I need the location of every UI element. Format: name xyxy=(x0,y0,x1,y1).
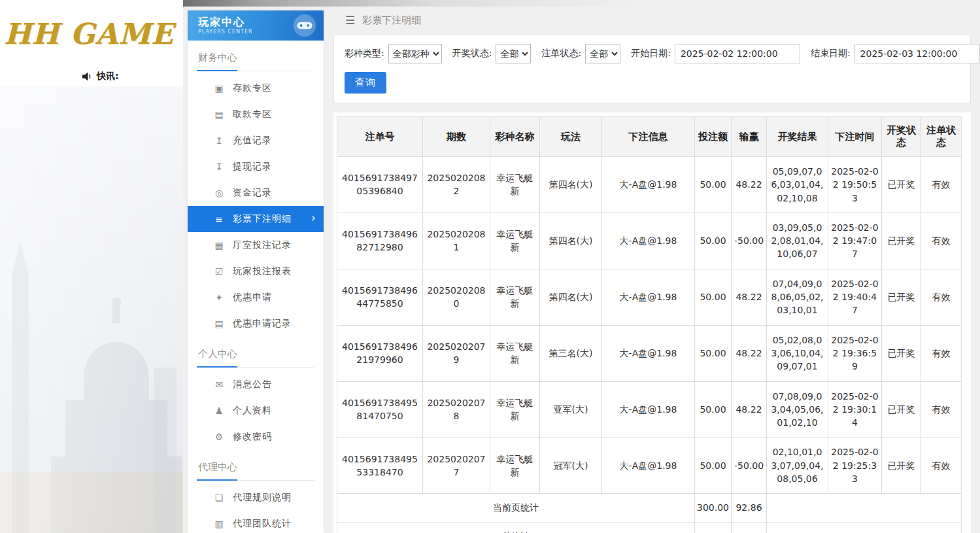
column-header: 彩种名称 xyxy=(490,117,540,157)
sidebar-item-withdraw[interactable]: ▤取款专区 xyxy=(188,101,324,128)
table-body: 40156917384970539684020250202082幸运飞艇新第四名… xyxy=(337,157,962,533)
table-cell: 有效 xyxy=(921,213,962,269)
table-cell: 第四名(大) xyxy=(540,157,602,213)
main-region: 玩家中心 PLAYERS CENTER 财务中心▣存款专区▤取款专区↥充值记录↧… xyxy=(183,0,980,533)
table-cell: 已开奖 xyxy=(882,438,921,494)
table-cell: 50.00 xyxy=(695,157,732,213)
table-cell: 第四名(大) xyxy=(540,269,602,325)
cashout-record-icon: ↧ xyxy=(212,162,226,172)
sidebar-item-hall-bet-record[interactable]: ▦厅室投注记录 xyxy=(188,232,324,258)
table-cell: 401569173849553318470 xyxy=(337,438,423,494)
sidebar-item-cashout-record[interactable]: ↧提现记录 xyxy=(188,154,324,180)
sidebar-item-label: 优惠申请记录 xyxy=(233,318,292,330)
column-header: 开奖结果 xyxy=(767,117,828,157)
table-cell: 已开奖 xyxy=(882,213,921,269)
sidebar-section-title: 财务中心 xyxy=(197,43,314,71)
table-cell: 大-A盘@1.98 xyxy=(602,157,695,213)
end-date-label: 结束日期: xyxy=(811,48,851,60)
sidebar-item-person[interactable]: ♟个人资料 xyxy=(188,398,324,424)
sidebar-item-bell[interactable]: ✉消息公告 xyxy=(188,371,324,398)
table-cell: 幸运飞艇新 xyxy=(490,325,540,381)
table-cell: 20250202077 xyxy=(423,438,490,494)
sidebar-item-funds-record[interactable]: ◎资金记录 xyxy=(188,180,324,206)
table-panel: 注单号期数彩种名称玩法下注信息投注额输赢开奖结果下注时间开奖状态注单状态 401… xyxy=(333,112,971,533)
lottery-bet-detail-icon: ≡ xyxy=(212,214,226,224)
sidebar-item-gear[interactable]: ⚙修改密码 xyxy=(188,424,324,450)
chevron-right-icon: › xyxy=(311,212,316,224)
table-cell: 20250202081 xyxy=(423,213,490,269)
end-date-input[interactable] xyxy=(854,44,980,63)
menu-toggle-icon[interactable]: ☰ xyxy=(345,15,355,26)
sidebar-item-deposit-card[interactable]: ▣存款专区 xyxy=(188,75,324,101)
table-cell: 大-A盘@1.98 xyxy=(602,381,695,438)
sidebar-item-recharge-record[interactable]: ↥充值记录 xyxy=(188,128,324,154)
bet-status-label: 注单状态: xyxy=(541,48,581,60)
table-cell: 有效 xyxy=(921,325,962,381)
sidebar-item-lottery-bet-detail[interactable]: ≡彩票下注明细› xyxy=(188,206,324,232)
query-button[interactable]: 查询 xyxy=(345,72,386,94)
promo-apply-icon: ✦ xyxy=(212,292,226,303)
summary-empty-cell xyxy=(767,494,962,522)
sidebar-item-player-bet-report[interactable]: ☑玩家投注报表 xyxy=(188,258,324,284)
table-cell: 401569173849705396840 xyxy=(337,157,423,213)
table-cell: 有效 xyxy=(921,438,962,494)
sidebar-item-label: 消息公告 xyxy=(233,379,272,390)
page-title: 彩票下注明细 xyxy=(362,14,421,27)
sidebar-item-label: 彩票下注明细 xyxy=(233,213,292,225)
summary-bet-total: 300.00 xyxy=(695,522,732,533)
sidebar-item-label: 玩家投注报表 xyxy=(233,266,292,277)
table-cell: 20250202078 xyxy=(423,381,490,438)
table-cell: 2025-02-02 19:50:53 xyxy=(828,157,882,213)
table-cell: 07,04,09,08,06,05,02,03,10,01 xyxy=(767,269,828,325)
team-stats-icon: ▥ xyxy=(212,519,226,529)
draw-status-select[interactable]: 全部 xyxy=(496,44,531,63)
table-cell: 冠军(大) xyxy=(540,438,602,494)
table-cell: 大-A盘@1.98 xyxy=(602,438,695,494)
table-cell: 已开奖 xyxy=(882,157,921,213)
recharge-record-icon: ↥ xyxy=(212,135,226,146)
brand-panel: HH GAME 快讯: xyxy=(0,0,184,533)
sidebar-section-title: 个人中心 xyxy=(197,339,314,368)
funds-record-icon: ◎ xyxy=(212,188,226,198)
bets-table: 注单号期数彩种名称玩法下注信息投注额输赢开奖结果下注时间开奖状态注单状态 401… xyxy=(337,116,962,533)
sidebar-title: 玩家中心 xyxy=(198,16,253,28)
table-header-row: 注单号期数彩种名称玩法下注信息投注额输赢开奖结果下注时间开奖状态注单状态 xyxy=(337,117,962,157)
table-row: 40156917384970539684020250202082幸运飞艇新第四名… xyxy=(337,157,962,213)
withdraw-icon: ▤ xyxy=(212,109,226,120)
summary-win-total: 92.86 xyxy=(732,494,767,522)
table-cell: 05,02,08,03,06,10,04,09,07,01 xyxy=(767,325,828,381)
sidebar-item-label: 资金记录 xyxy=(233,187,272,199)
start-date-input[interactable] xyxy=(675,44,800,63)
table-cell: 幸运飞艇新 xyxy=(490,269,540,325)
logo-text: HH GAME xyxy=(4,17,173,50)
lottery-type-select[interactable]: 全部彩种 xyxy=(388,44,442,63)
document-icon: ❏ xyxy=(212,492,226,503)
table-cell: 大-A盘@1.98 xyxy=(602,213,695,269)
table-cell: 幸运飞艇新 xyxy=(490,438,540,494)
sidebar-item-promo-record[interactable]: ▤优惠申请记录 xyxy=(188,311,324,337)
table-cell: 07,08,09,03,04,05,06,01,02,10 xyxy=(767,381,828,438)
sidebar-item-label: 厅室投注记录 xyxy=(233,239,292,251)
table-row: 40156917384964477585020250202080幸运飞艇新第四名… xyxy=(337,269,962,325)
table-cell: 已开奖 xyxy=(882,381,921,438)
column-header: 开奖状态 xyxy=(882,117,921,157)
table-row: 40156917384968271298020250202081幸运飞艇新第四名… xyxy=(337,213,962,269)
table-cell: 50.00 xyxy=(695,381,732,438)
table-cell: 幸运飞艇新 xyxy=(490,157,540,213)
table-cell: 2025-02-02 19:40:47 xyxy=(828,269,882,325)
start-date-label: 开始日期: xyxy=(631,48,671,60)
table-cell: 20250202082 xyxy=(423,157,490,213)
bet-status-select[interactable]: 全部 xyxy=(585,44,620,63)
sidebar-item-team-stats[interactable]: ▥代理团队统计 xyxy=(188,511,324,533)
table-cell: 20250202079 xyxy=(423,325,490,381)
table-cell: 48.22 xyxy=(732,325,767,381)
sidebar-item-label: 修改密码 xyxy=(233,431,272,443)
sidebar-item-promo-apply[interactable]: ✦优惠申请 xyxy=(188,284,324,311)
logo: HH GAME xyxy=(0,0,183,67)
sidebar-item-document[interactable]: ❏代理规则说明 xyxy=(188,485,324,511)
table-cell: 401569173849621979960 xyxy=(337,325,423,381)
table-cell: 大-A盘@1.98 xyxy=(602,325,695,381)
column-header: 输赢 xyxy=(732,117,767,157)
table-cell: -50.00 xyxy=(732,438,767,494)
table-cell: 48.22 xyxy=(732,381,767,438)
